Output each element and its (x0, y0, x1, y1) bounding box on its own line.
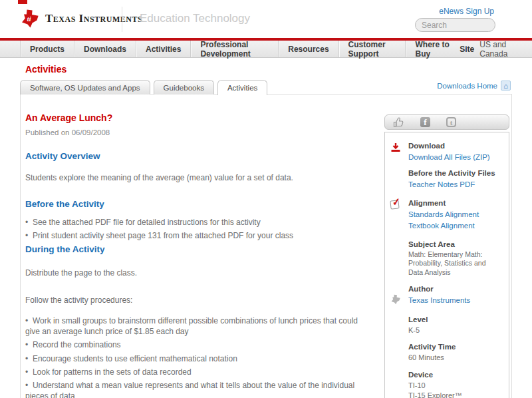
before-activity-list: See the attached PDF file for detailed i… (25, 217, 374, 241)
list-item: Look for patterns in the sets of data re… (25, 367, 374, 377)
article-title: An Average Lunch? (25, 112, 374, 124)
download-all-files-link[interactable]: Download All Files (ZIP) (408, 152, 502, 164)
before-files-heading: Before the Activity Files (408, 169, 502, 177)
downloads-home-link[interactable]: Downloads Home (437, 82, 497, 90)
article: An Average Lunch? Published on 06/09/200… (25, 112, 374, 398)
subject-area-value: Math: Elementary Math: Probability, Stat… (408, 250, 502, 276)
sidebar: f t Download Download All Files (ZIP) Be… (384, 114, 509, 398)
activity-time-heading: Activity Time (408, 343, 502, 351)
search-bar: » (415, 18, 495, 32)
list-item: Work in small groups to brainstorm diffe… (25, 315, 374, 337)
device-section: Device TI-10 TI-15 Explorer™ (390, 371, 502, 398)
download-icon (390, 142, 408, 191)
level-section: Level K-5 (390, 315, 502, 335)
downloads-home: Downloads Home ⌂ (437, 81, 511, 91)
division-title: Education Technology (140, 12, 250, 25)
brand-name: Texas Instruments (45, 12, 142, 25)
subject-area-heading: Subject Area (408, 240, 502, 248)
list-item: Print student activity sheet page 131 fr… (25, 230, 374, 241)
device-heading: Device (408, 371, 502, 379)
author-section: Author Texas Instruments (390, 285, 502, 307)
site-value: US and Canada (479, 40, 512, 59)
main-nav: Products Downloads Activities Profession… (0, 41, 532, 58)
twitter-icon[interactable]: t (446, 117, 456, 127)
device-value: TI-10 (408, 381, 502, 391)
published-date: Published on 06/09/2008 (25, 128, 374, 138)
tab-activities[interactable]: Activities (217, 80, 267, 95)
nav-item-resources[interactable]: Resources (278, 41, 338, 57)
header: ti Texas Instruments Education Technolog… (0, 0, 532, 38)
level-value: K-5 (408, 325, 502, 335)
site-selector[interactable]: Site US and Canada (460, 41, 512, 57)
alignment-section: Alignment Standards Alignment Textbook A… (390, 199, 502, 233)
heading-during-activity: During the Activity (25, 244, 374, 256)
nav-item-where-to-buy[interactable]: Where to Buy (405, 41, 460, 57)
download-section: Download Download All Files (ZIP) Before… (390, 142, 502, 191)
list-item: Understand what a mean value represents … (25, 380, 374, 398)
nav-item-professional-development[interactable]: Professional Development (190, 41, 278, 57)
author-heading: Author (408, 285, 502, 293)
page-title: Activities (25, 64, 66, 75)
author-link[interactable]: Texas Instruments (408, 295, 502, 307)
during-text-1: Distribute the page to the class. (25, 268, 374, 278)
tab-guidebooks[interactable]: Guidebooks (154, 80, 214, 95)
teacher-notes-link[interactable]: Teacher Notes PDF (408, 179, 502, 191)
enews-signup-link[interactable]: eNews Sign Up (439, 7, 494, 16)
facebook-icon[interactable]: f (420, 117, 430, 127)
list-item: Record the combinations (25, 339, 374, 350)
download-heading: Download (408, 142, 502, 150)
list-item: See the attached PDF file for detailed i… (25, 217, 374, 228)
activity-details-panel: Download Download All Files (ZIP) Before… (384, 132, 509, 398)
nav-item-products[interactable]: Products (20, 41, 74, 57)
tab-bar: Software, OS Updates and Apps Guidebooks… (20, 79, 271, 95)
list-item: Encourage students to use efficient math… (25, 353, 374, 364)
like-icon[interactable] (393, 117, 404, 128)
nav-item-activities[interactable]: Activities (136, 41, 190, 57)
author-ti-icon (390, 285, 408, 307)
search-input[interactable] (416, 19, 495, 31)
corner-marker (18, 0, 27, 4)
overview-text: Students explore the meaning of the aver… (25, 172, 374, 183)
brand-logo[interactable]: ti Texas Instruments (20, 9, 142, 29)
nav-item-downloads[interactable]: Downloads (74, 41, 136, 57)
standards-alignment-link[interactable]: Standards Alignment (408, 209, 502, 221)
textbook-alignment-link[interactable]: Textbook Alignment (408, 220, 502, 232)
header-divider (122, 7, 122, 32)
subject-area-section: Subject Area Math: Elementary Math: Prob… (390, 240, 502, 276)
heading-before-activity: Before the Activity (25, 198, 374, 210)
tab-software-os-updates[interactable]: Software, OS Updates and Apps (20, 80, 150, 95)
nav-item-customer-support[interactable]: Customer Support (338, 41, 406, 57)
during-text-2: Follow the activity procedures: (25, 295, 374, 305)
alignment-heading: Alignment (408, 199, 502, 207)
site-label: Site (460, 45, 474, 54)
ti-logo-icon: ti (20, 9, 40, 29)
activity-time-value: 60 Minutes (408, 353, 502, 363)
social-bar: f t (384, 114, 509, 130)
level-heading: Level (408, 315, 502, 323)
device-value: TI-15 Explorer™ (408, 391, 502, 398)
during-activity-list: Work in small groups to brainstorm diffe… (25, 315, 374, 398)
heading-activity-overview: Activity Overview (25, 150, 374, 162)
svg-text:ti: ti (27, 15, 31, 23)
activity-time-section: Activity Time 60 Minutes (390, 343, 502, 363)
alignment-check-icon (390, 199, 408, 233)
home-icon[interactable]: ⌂ (501, 81, 511, 91)
